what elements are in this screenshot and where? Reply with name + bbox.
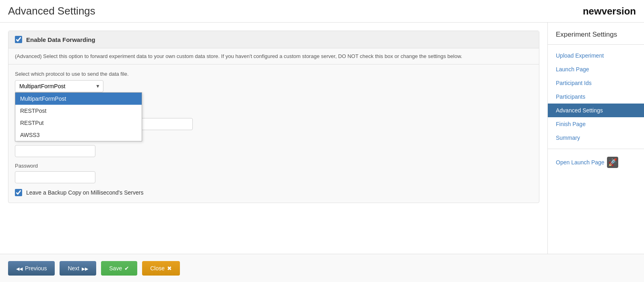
backup-checkbox[interactable] [15,189,22,196]
previous-button[interactable]: Previous [8,261,55,276]
enable-forwarding-checkbox[interactable] [15,36,22,43]
dropdown-item-restpost[interactable]: RESTPost [15,105,142,117]
sidebar-item-finish[interactable]: Finish Page [548,117,644,131]
panel-description: (Advanced) Select this option to forward… [8,48,539,64]
open-launch-page-link[interactable]: Open Launch Page 🚀 [548,153,644,172]
protocol-select[interactable]: MultipartFormPost RESTPost RESTPut AWSS3 [15,80,103,92]
password-input[interactable] [15,171,95,183]
dropdown-item-awss3[interactable]: AWSS3 [15,129,142,141]
protocol-label: Select which protocol to use to send the… [15,71,533,77]
sidebar-item-upload[interactable]: Upload Experiment [548,49,644,62]
close-button[interactable]: Close [142,261,180,276]
rocket-icon: 🚀 [607,157,618,168]
save-button[interactable]: Save [101,261,137,276]
settings-panel: Enable Data Forwarding (Advanced) Select… [8,31,539,203]
protocol-dropdown: MultipartFormPost RESTPost RESTPut AWSS3 [15,92,142,141]
launch-label: Open Launch Page [556,159,605,166]
previous-arrow-icon [16,265,23,272]
next-arrow-icon [82,265,88,272]
next-label: Next [68,265,79,272]
close-label: Close [150,265,165,272]
dropdown-item-multipart[interactable]: MultipartFormPost [15,93,142,105]
sidebar-divider [548,149,644,149]
save-check-icon [124,265,129,272]
userid-input[interactable] [15,145,95,157]
dropdown-item-restput[interactable]: RESTPut [15,117,142,129]
password-label: Password [15,163,533,169]
sidebar-nav: Upload Experiment Launch Page Participan… [548,45,644,176]
sidebar-item-advanced[interactable]: Advanced Settings [548,104,644,117]
backup-label: Leave a Backup Copy on Millisecond's Ser… [26,189,143,196]
footer: Previous Next Save Close [0,254,644,282]
next-button[interactable]: Next [60,261,96,276]
sidebar-item-launch[interactable]: Launch Page [548,62,644,76]
enable-forwarding-label: Enable Data Forwarding [26,36,95,43]
sidebar-item-participants[interactable]: Participants [548,90,644,104]
sidebar-item-summary[interactable]: Summary [548,131,644,145]
version-label: newversion [583,6,636,17]
save-label: Save [109,265,122,272]
sidebar: Experiment Settings Upload Experiment La… [547,23,644,254]
sidebar-item-participant-ids[interactable]: Participant Ids [548,76,644,90]
previous-label: Previous [25,265,47,272]
close-x-icon [167,265,172,272]
sidebar-title: Experiment Settings [548,31,644,45]
page-title: Advanced Settings [8,5,95,17]
